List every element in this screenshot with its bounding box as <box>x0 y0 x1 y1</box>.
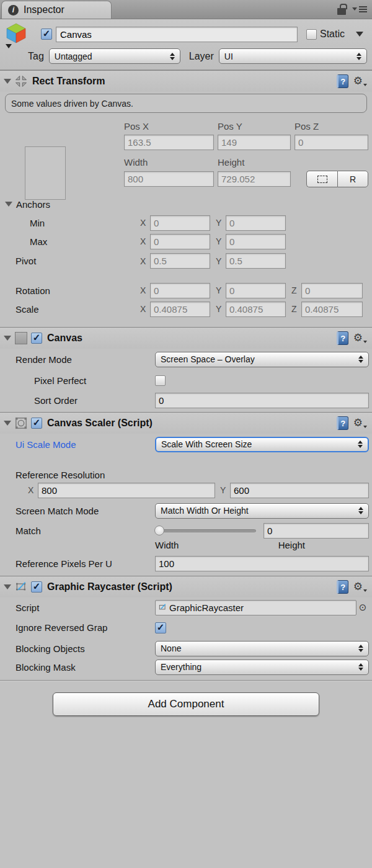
lock-icon[interactable] <box>337 8 346 15</box>
slider-track[interactable] <box>155 529 256 532</box>
foldout-icon[interactable] <box>4 336 11 341</box>
anchors-max-y-field[interactable]: 0 <box>226 234 286 249</box>
anchors-min-label: Min <box>30 218 140 228</box>
height-field[interactable]: 729.052 <box>218 171 291 187</box>
pos-x-field[interactable]: 163.5 <box>124 135 214 150</box>
dropdown-arrows-icon <box>358 441 363 448</box>
ui-scale-mode-dropdown[interactable]: Scale With Screen Size <box>155 437 369 452</box>
add-component-button[interactable]: Add Component <box>53 692 319 716</box>
axis-y-label: Y <box>216 256 223 266</box>
slider-knob[interactable] <box>154 526 164 535</box>
anchor-preview[interactable] <box>25 146 66 200</box>
axis-x-label: X <box>140 304 148 314</box>
canvas-scaler-enabled-checkbox[interactable]: ✓ <box>31 418 42 429</box>
axis-z-label: Z <box>291 304 299 314</box>
gear-icon[interactable]: ⚙ <box>353 76 367 87</box>
reference-pixels-field[interactable]: 100 <box>155 556 369 571</box>
reference-resolution-x-field[interactable]: 800 <box>38 483 215 498</box>
blueprint-mode-button[interactable] <box>306 171 337 187</box>
raw-edit-mode-button[interactable]: R <box>337 171 368 187</box>
canvas-scaler-icon <box>15 417 27 429</box>
sort-order-field[interactable]: 0 <box>155 393 369 408</box>
match-field[interactable]: 0 <box>264 523 369 539</box>
tab-inspector[interactable]: i Inspector <box>1 1 112 19</box>
canvas-header[interactable]: ✓ Canvas ? ⚙ <box>0 328 372 349</box>
static-dropdown-arrow-icon[interactable] <box>356 32 363 37</box>
panel-menu-icon[interactable] <box>352 5 367 14</box>
reference-resolution-y-field[interactable]: 600 <box>230 483 369 498</box>
hamburger-icon <box>359 5 367 14</box>
graphic-raycaster-enabled-checkbox[interactable]: ✓ <box>31 581 42 593</box>
check-icon: ✓ <box>33 334 41 341</box>
gameobject-header: ✓ Canvas Static Tag Untagged Layer UI <box>0 19 372 70</box>
blocking-objects-dropdown[interactable]: None <box>155 641 369 656</box>
pivot-label: Pivot <box>16 256 140 266</box>
script-icon <box>158 603 167 612</box>
rotation-z-field[interactable]: 0 <box>301 283 363 298</box>
match-width-label: Width <box>155 540 179 555</box>
pixel-perfect-label: Pixel Perfect <box>16 375 155 386</box>
script-label: Script <box>16 602 155 613</box>
pos-y-field[interactable]: 149 <box>218 135 291 150</box>
scale-y-field[interactable]: 0.40875 <box>226 302 286 317</box>
dropdown-arrows-icon <box>356 53 361 60</box>
help-icon[interactable]: ? <box>337 416 348 430</box>
ignore-reversed-graphics-label: Ignore Reversed Grap <box>16 622 155 633</box>
help-icon[interactable]: ? <box>337 74 348 88</box>
match-slider[interactable] <box>155 526 256 535</box>
foldout-icon[interactable] <box>4 584 11 589</box>
pixel-perfect-checkbox[interactable] <box>155 375 166 386</box>
graphic-raycaster-header[interactable]: ✓ Graphic Raycaster (Script) ? ⚙ <box>0 576 372 597</box>
tag-dropdown[interactable]: Untagged <box>49 48 180 64</box>
tab-bar: i Inspector <box>0 0 372 19</box>
scale-z-field[interactable]: 0.40875 <box>301 302 363 317</box>
rect-transform-header[interactable]: Rect Transform ? ⚙ <box>0 71 372 92</box>
blocking-mask-dropdown[interactable]: Everything <box>155 660 369 675</box>
pivot-x-field[interactable]: 0.5 <box>150 253 210 269</box>
name-field[interactable]: Canvas <box>56 27 298 42</box>
gameobject-dropdown-arrow-icon[interactable] <box>6 44 12 48</box>
inspector-footer: Add Component <box>0 680 372 716</box>
inspector-panel: i Inspector ✓ <box>0 0 372 868</box>
layer-dropdown[interactable]: UI <box>219 48 367 64</box>
axis-y-label: Y <box>216 304 223 314</box>
gear-icon[interactable]: ⚙ <box>353 418 367 429</box>
static-label: Static <box>320 29 345 40</box>
active-checkbox[interactable]: ✓ <box>41 29 52 40</box>
tab-title: Inspector <box>24 4 64 16</box>
width-field[interactable]: 800 <box>124 171 214 187</box>
pivot-y-field[interactable]: 0.5 <box>226 253 286 269</box>
screen-match-mode-dropdown[interactable]: Match Width Or Height <box>155 503 369 519</box>
pos-z-field[interactable]: 0 <box>294 135 368 150</box>
axis-y-label: Y <box>216 285 223 295</box>
help-icon[interactable]: ? <box>337 580 348 594</box>
object-picker-icon[interactable]: ⊙ <box>356 602 369 613</box>
pos-y-label: Pos Y <box>218 118 291 133</box>
gear-icon[interactable]: ⚙ <box>353 333 367 344</box>
pos-x-label: Pos X <box>124 118 214 133</box>
anchors-foldout-icon[interactable] <box>5 202 12 207</box>
rotation-x-field[interactable]: 0 <box>150 283 210 298</box>
scale-label: Scale <box>16 304 140 315</box>
anchors-min-x-field[interactable]: 0 <box>150 215 210 231</box>
anchors-max-x-field[interactable]: 0 <box>150 234 210 249</box>
axis-y-label: Y <box>220 485 228 495</box>
canvas-scaler-header[interactable]: ✓ Canvas Scaler (Script) ? ⚙ <box>0 413 372 434</box>
check-icon: ✓ <box>43 30 51 37</box>
canvas-icon <box>15 332 27 344</box>
canvas-enabled-checkbox[interactable]: ✓ <box>31 333 42 344</box>
rotation-y-field[interactable]: 0 <box>226 283 286 298</box>
axis-x-label: X <box>28 485 35 495</box>
rect-transform-icon <box>15 75 27 87</box>
foldout-icon[interactable] <box>4 421 11 426</box>
script-object-field[interactable]: GraphicRaycaster <box>155 600 356 615</box>
help-icon[interactable]: ? <box>337 331 348 345</box>
static-checkbox[interactable] <box>306 29 317 40</box>
foldout-icon[interactable] <box>4 79 11 84</box>
blocking-objects-label: Blocking Objects <box>16 643 155 654</box>
scale-x-field[interactable]: 0.40875 <box>150 302 210 317</box>
gear-icon[interactable]: ⚙ <box>353 581 367 593</box>
anchors-min-y-field[interactable]: 0 <box>226 215 286 231</box>
ignore-reversed-graphics-checkbox[interactable]: ✓ <box>155 622 166 633</box>
render-mode-dropdown[interactable]: Screen Space – Overlay <box>155 352 369 367</box>
